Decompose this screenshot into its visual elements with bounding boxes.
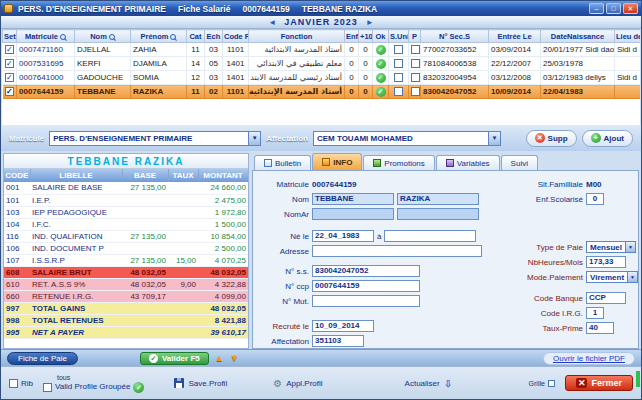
nss-field[interactable]: 830042047052 (312, 265, 420, 277)
pay-line-row[interactable]: 101I.E.P.2 475,00 (4, 194, 248, 206)
header-nss[interactable]: N° Sec.S (421, 30, 489, 43)
chevron-down-icon[interactable]: ▼ (488, 132, 500, 145)
pay-line-row[interactable]: 103IEP PEDAGOGIQUE1 972,80 (4, 206, 248, 218)
header-matricule[interactable]: Matricule (17, 30, 75, 43)
header-cat[interactable]: Cat (187, 30, 205, 43)
employee-row[interactable]: ✓0007471160DJELLALZAHIA11031101أستاذ الم… (3, 43, 641, 57)
tab-promotions[interactable]: Promotions (363, 155, 434, 170)
nmut-field[interactable] (312, 295, 420, 307)
header-codef[interactable]: Code F (223, 30, 249, 43)
employee-row[interactable]: ✓0007644159TEBBANERAZIKA11021101أستاذ ال… (3, 85, 641, 99)
suni-checkbox[interactable] (394, 73, 403, 82)
supp-button[interactable]: ✕ Supp (526, 130, 577, 147)
header-ok[interactable]: Ok (373, 30, 389, 43)
header-lieu[interactable]: Lieu de Naissance (615, 30, 641, 43)
header-ech[interactable]: Ech (205, 30, 223, 43)
search-icon[interactable] (60, 34, 66, 40)
pay-line-row[interactable]: 104I.F.C.1 500,00 (4, 218, 248, 230)
enf-scolarise-field[interactable]: 0 (586, 193, 604, 205)
move-down-icon[interactable]: ▼ (230, 353, 239, 363)
pay-line-row[interactable]: 106IND. DOCUMENT P2 500,00 (4, 242, 248, 254)
valider-button[interactable]: ✓ Valider F5 (140, 352, 209, 365)
row-select-checkbox[interactable]: ✓ (5, 59, 14, 68)
chevron-down-icon[interactable]: ▼ (627, 272, 637, 282)
affectation-field[interactable]: 351103 (312, 335, 364, 347)
row-select-checkbox[interactable]: ✓ (5, 45, 14, 54)
header-naissance[interactable]: DateNaissance (541, 30, 615, 43)
search-icon[interactable] (170, 34, 176, 40)
p-checkbox[interactable] (411, 87, 420, 96)
pay-line-row[interactable]: 107I.S.S.R.P27 135,0015,004 070,25 (4, 254, 248, 266)
prenom-field[interactable]: RAZIKA (397, 193, 479, 205)
save-profil-button[interactable]: Save.Profil (168, 376, 233, 390)
suni-checkbox[interactable] (394, 87, 403, 96)
nbheures-field[interactable]: 173,33 (586, 256, 626, 268)
chevron-down-icon[interactable]: ▼ (248, 132, 260, 145)
header-nom[interactable]: Nom (75, 30, 131, 43)
rib-checkbox-box[interactable] (9, 379, 18, 388)
header-p[interactable]: P (409, 30, 421, 43)
rib-checkbox[interactable]: Rib (9, 379, 33, 388)
employee-row[interactable]: ✓0007641000GADOUCHESOMIA12031401أستاذ رئ… (3, 71, 641, 85)
employee-row[interactable]: ✓0007531695KERFIDJAMILA14051401معلم تطبي… (3, 57, 641, 71)
tab-bulletin[interactable]: Bulletin (254, 155, 311, 170)
open-pdf-link[interactable]: Ouvrir le fichier PDF (543, 352, 635, 365)
row-select-checkbox[interactable]: ✓ (5, 87, 14, 96)
category-dropdown[interactable]: PERS. D'ENSEIGNEMENT PRIMAIRE ▼ (49, 131, 261, 146)
fermer-button[interactable]: ✕ Fermer (565, 375, 633, 391)
ajout-button[interactable]: + Ajout (582, 130, 633, 147)
prev-month-icon[interactable]: ◄ (268, 18, 276, 27)
code-irg-field[interactable]: 1 (586, 307, 604, 319)
type-paie-dropdown[interactable]: Mensuel ▼ (586, 241, 636, 253)
valid-profile-checkbox[interactable] (43, 383, 52, 392)
header-suni[interactable]: S.Uni (389, 30, 409, 43)
pay-line-row[interactable]: 610RET. A.S.S 9%48 032,059,004 322,88 (4, 278, 248, 290)
fiche-de-paie-tab[interactable]: Fiche de Paie (7, 352, 78, 365)
next-month-icon[interactable]: ► (366, 18, 374, 27)
pay-line-row[interactable]: 995NET A PAYER39 610,17 (4, 326, 248, 338)
search-icon[interactable] (109, 34, 115, 40)
p-checkbox[interactable] (411, 59, 420, 68)
header-fonction[interactable]: Fonction (249, 30, 345, 43)
nccp-field[interactable]: 0007644159 (312, 280, 420, 292)
maximize-button[interactable]: □ (606, 3, 621, 14)
tab-info[interactable]: INFO (312, 153, 362, 170)
suni-checkbox[interactable] (394, 59, 403, 68)
pay-line-row[interactable]: 608SALAIRE BRUT48 032,0548 032,05 (4, 266, 248, 278)
suni-checkbox[interactable] (394, 45, 403, 54)
header-prenom[interactable]: Prénom (131, 30, 187, 43)
valid-check-icon[interactable]: ✓ (133, 382, 144, 393)
tab-variables[interactable]: Variables (436, 155, 500, 170)
nom-field[interactable]: TEBBANE (312, 193, 394, 205)
grille-checkbox[interactable] (548, 380, 555, 387)
code-banque-field[interactable]: CCP (586, 292, 626, 304)
p-checkbox[interactable] (411, 73, 420, 82)
tab-suivi[interactable]: Suivi (501, 155, 538, 170)
header-enf[interactable]: Enf (345, 30, 359, 43)
adresse-field[interactable] (312, 245, 482, 257)
affectation-dropdown[interactable]: CEM TOUAMI MOHAMED ▼ (313, 131, 501, 146)
minimize-button[interactable]: – (589, 3, 604, 14)
taux-prime-field[interactable]: 40 (586, 322, 614, 334)
recrute-field[interactable]: 10_09_2014 (312, 320, 374, 332)
header-set[interactable]: Set (3, 30, 17, 43)
pay-line-row[interactable]: 116IND. QUALIFATION27 135,0010 854,00 (4, 230, 248, 242)
pay-line-row[interactable]: 997TOTAL GAINS48 032,05 (4, 302, 248, 314)
p-checkbox[interactable] (411, 45, 420, 54)
header-entree[interactable]: Entrée Le (489, 30, 541, 43)
actualiser-button[interactable]: Actualiser ⇩ (399, 376, 459, 391)
move-up-icon[interactable]: ▲ (215, 353, 224, 363)
nomar2-field[interactable] (397, 208, 479, 220)
mode-paiement-dropdown[interactable]: Virement ▼ (586, 271, 638, 283)
close-button[interactable]: ✕ (623, 3, 638, 14)
nele-field[interactable]: 22_04_1983 (312, 230, 374, 242)
pay-line-row[interactable]: 001SALAIRE DE BASE27 135,0024 660,00 (4, 182, 248, 194)
chevron-down-icon[interactable]: ▼ (625, 242, 635, 252)
pay-line-row[interactable]: 998TOTAL RETENUES8 421,88 (4, 314, 248, 326)
row-select-checkbox[interactable]: ✓ (5, 73, 14, 82)
nomar1-field[interactable] (312, 208, 394, 220)
lieu-naissance-field[interactable] (384, 230, 476, 242)
header-plus10[interactable]: +10 (359, 30, 373, 43)
appl-profil-button[interactable]: ⚙ Appl.Profil (267, 376, 328, 391)
pay-line-row[interactable]: 660RETENUE I.R.G.43 709,174 099,00 (4, 290, 248, 302)
